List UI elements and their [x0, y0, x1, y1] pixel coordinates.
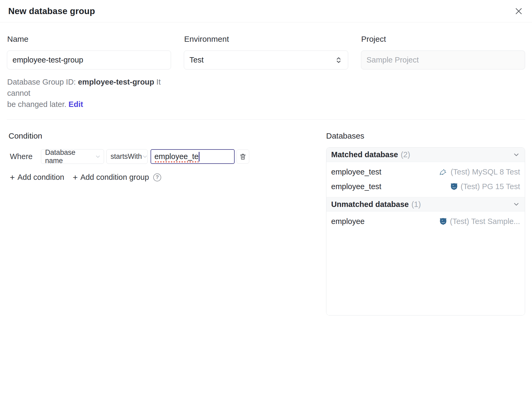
database-row: employee (Test) Test Sample... — [326, 214, 525, 229]
databases-heading: Databases — [326, 131, 525, 140]
condition-heading: Condition — [9, 131, 313, 140]
condition-field-select[interactable]: Database name — [41, 149, 104, 164]
database-row: employee_test (Test) MySQL 8 Test — [326, 165, 525, 179]
unmatched-database-count: (1) — [412, 200, 421, 209]
database-instance-group: (Test) Test Sample... — [439, 217, 520, 226]
new-database-group-dialog: { "dialog": { "title": "New database gro… — [0, 0, 532, 399]
name-label: Name — [7, 35, 171, 44]
unmatched-database-header[interactable]: Unmatched database (1) — [326, 197, 525, 211]
group-id-value: employee-test-group — [78, 78, 154, 86]
add-condition-group-button[interactable]: + Add condition group — [73, 173, 149, 182]
database-instance-label: (Test) PG 15 Test — [461, 182, 520, 191]
matched-database-count: (2) — [401, 150, 410, 159]
add-condition-group-label: Add condition group — [80, 173, 149, 182]
chevron-down-icon — [513, 151, 520, 159]
add-condition-button[interactable]: + Add condition — [10, 173, 64, 182]
databases-section: Databases Matched database (2) employee_… — [326, 120, 525, 315]
group-id-help-prefix: Database Group ID: — [7, 78, 78, 86]
trash-icon — [239, 153, 247, 161]
condition-section: Condition Where Database name startsWith… — [7, 120, 313, 315]
environment-select[interactable]: Test — [184, 51, 348, 69]
matched-database-rows: employee_test (Test) MySQL 8 Test employ… — [326, 162, 525, 197]
close-icon — [514, 7, 523, 16]
databases-panel: Matched database (2) employee_test — [326, 147, 525, 315]
project-input: Sample Project — [361, 51, 525, 69]
database-name: employee_test — [331, 168, 381, 176]
dialog-header: New database group — [0, 0, 532, 22]
database-row: employee_test (Test) PG 15 Test — [326, 179, 525, 194]
form-fields: Name Environment Test Project Sample Pro… — [7, 35, 525, 69]
text-caret — [199, 152, 200, 161]
mysql-icon — [439, 168, 448, 176]
edit-group-id-link[interactable]: Edit — [69, 100, 83, 109]
database-instance-label: (Test) Test Sample... — [450, 217, 520, 226]
database-name: employee — [331, 217, 365, 226]
name-input[interactable] — [7, 51, 171, 69]
select-stepper-icon — [335, 56, 343, 64]
unmatched-database-title: Unmatched database — [331, 200, 409, 209]
delete-condition-button[interactable] — [236, 149, 249, 164]
environment-label: Environment — [184, 35, 348, 44]
page-title: New database group — [8, 6, 95, 16]
matched-database-header[interactable]: Matched database (2) — [326, 148, 525, 162]
condition-actions-row: + Add condition + Add condition group ? — [10, 173, 313, 182]
postgresql-icon — [450, 183, 458, 191]
project-label: Project — [361, 35, 525, 44]
add-condition-label: Add condition — [18, 173, 64, 182]
chevron-down-icon — [142, 153, 148, 160]
database-instance-group: (Test) MySQL 8 Test — [439, 168, 520, 176]
condition-expression-row: Where Database name startsWith employee_… — [10, 149, 313, 164]
database-instance-label: (Test) MySQL 8 Test — [451, 168, 520, 176]
condition-operator-select[interactable]: startsWith — [106, 149, 148, 164]
matched-database-title: Matched database — [331, 150, 398, 159]
plus-icon: + — [73, 173, 78, 182]
environment-select-value: Test — [189, 56, 203, 64]
project-field-group: Project Sample Project — [361, 35, 525, 69]
unmatched-database-rows: employee (Test) Test Sample... — [326, 211, 525, 315]
condition-value-input[interactable]: employee_te — [151, 149, 235, 164]
database-instance-group: (Test) PG 15 Test — [450, 182, 520, 191]
close-button[interactable] — [513, 5, 525, 17]
chevron-down-icon — [95, 153, 101, 160]
postgresql-icon — [439, 218, 447, 226]
help-icon[interactable]: ? — [153, 173, 161, 181]
name-field-group: Name — [7, 35, 171, 69]
lower-section: Condition Where Database name startsWith… — [7, 120, 525, 315]
condition-field-select-value: Database name — [45, 148, 95, 165]
database-name: employee_test — [331, 182, 381, 191]
group-id-help-suffix2: be changed later. — [7, 100, 69, 109]
group-id-help-text: Database Group ID: employee-test-group I… — [7, 76, 177, 110]
where-label: Where — [10, 152, 32, 161]
chevron-down-icon — [513, 201, 520, 208]
condition-value-text: employee_te — [154, 152, 198, 163]
plus-icon: + — [10, 173, 15, 182]
condition-operator-select-value: startsWith — [110, 152, 142, 161]
project-value: Sample Project — [367, 56, 419, 64]
environment-field-group: Environment Test — [184, 35, 348, 69]
